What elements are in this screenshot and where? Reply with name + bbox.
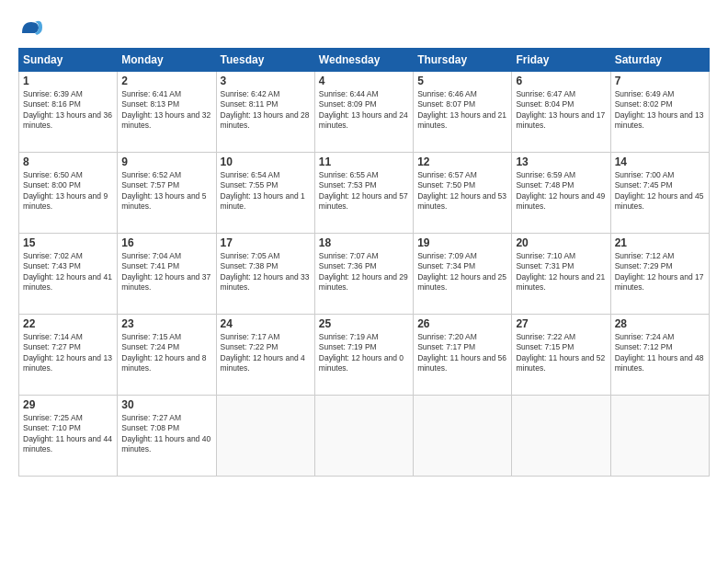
table-row: 12Sunrise: 6:57 AMSunset: 7:50 PMDayligh…: [414, 153, 512, 234]
logo: [18, 15, 46, 40]
table-row: [610, 396, 709, 477]
calendar-week-row: 8Sunrise: 6:50 AMSunset: 8:00 PMDaylight…: [19, 153, 710, 234]
col-tuesday: Tuesday: [216, 49, 314, 72]
day-info: Sunrise: 6:52 AMSunset: 7:57 PMDaylight:…: [121, 170, 211, 213]
day-number: 18: [319, 236, 409, 249]
table-row: [414, 396, 512, 477]
day-info: Sunrise: 6:46 AMSunset: 8:07 PMDaylight:…: [417, 89, 507, 132]
calendar-week-row: 22Sunrise: 7:14 AMSunset: 7:27 PMDayligh…: [19, 315, 710, 396]
day-number: 23: [121, 317, 211, 330]
day-number: 6: [516, 75, 606, 87]
calendar: Sunday Monday Tuesday Wednesday Thursday…: [18, 48, 710, 477]
day-number: 26: [417, 317, 507, 330]
table-row: [512, 396, 610, 477]
table-row: 8Sunrise: 6:50 AMSunset: 8:00 PMDaylight…: [19, 153, 118, 234]
table-row: 23Sunrise: 7:15 AMSunset: 7:24 PMDayligh…: [118, 315, 216, 396]
day-number: 25: [319, 317, 409, 330]
table-row: 30Sunrise: 7:27 AMSunset: 7:08 PMDayligh…: [118, 396, 216, 477]
day-number: 8: [23, 155, 113, 168]
day-info: Sunrise: 7:27 AMSunset: 7:08 PMDaylight:…: [121, 413, 211, 455]
day-number: 28: [615, 317, 705, 330]
day-info: Sunrise: 7:25 AMSunset: 7:10 PMDaylight:…: [23, 413, 113, 455]
day-info: Sunrise: 7:17 AMSunset: 7:22 PMDaylight:…: [221, 332, 311, 374]
day-number: 29: [23, 398, 113, 411]
day-info: Sunrise: 7:19 AMSunset: 7:19 PMDaylight:…: [319, 332, 409, 374]
table-row: 7Sunrise: 6:49 AMSunset: 8:02 PMDaylight…: [610, 72, 709, 153]
col-monday: Monday: [118, 49, 216, 72]
day-info: Sunrise: 6:54 AMSunset: 7:55 PMDaylight:…: [221, 170, 311, 213]
col-sunday: Sunday: [19, 49, 118, 72]
table-row: 4Sunrise: 6:44 AMSunset: 8:09 PMDaylight…: [314, 72, 413, 153]
day-info: Sunrise: 7:10 AMSunset: 7:31 PMDaylight:…: [516, 251, 606, 293]
day-number: 20: [516, 236, 606, 249]
day-number: 22: [23, 317, 113, 330]
day-number: 10: [221, 155, 311, 168]
day-number: 9: [121, 155, 211, 168]
day-info: Sunrise: 6:57 AMSunset: 7:50 PMDaylight:…: [417, 170, 507, 213]
header: [18, 15, 710, 40]
table-row: 6Sunrise: 6:47 AMSunset: 8:04 PMDaylight…: [512, 72, 610, 153]
day-info: Sunrise: 6:39 AMSunset: 8:16 PMDaylight:…: [23, 89, 113, 132]
page: Sunday Monday Tuesday Wednesday Thursday…: [0, 0, 728, 563]
day-info: Sunrise: 7:12 AMSunset: 7:29 PMDaylight:…: [615, 251, 705, 293]
table-row: 26Sunrise: 7:20 AMSunset: 7:17 PMDayligh…: [414, 315, 512, 396]
day-info: Sunrise: 7:20 AMSunset: 7:17 PMDaylight:…: [417, 332, 507, 374]
table-row: 13Sunrise: 6:59 AMSunset: 7:48 PMDayligh…: [512, 153, 610, 234]
day-info: Sunrise: 7:15 AMSunset: 7:24 PMDaylight:…: [121, 332, 211, 374]
day-number: 27: [516, 317, 606, 330]
day-info: Sunrise: 6:49 AMSunset: 8:02 PMDaylight:…: [615, 89, 705, 132]
table-row: [314, 396, 413, 477]
day-number: 16: [121, 236, 211, 249]
calendar-header-row: Sunday Monday Tuesday Wednesday Thursday…: [19, 49, 710, 72]
day-number: 19: [417, 236, 507, 249]
day-number: 12: [417, 155, 507, 168]
day-number: 24: [221, 317, 311, 330]
day-info: Sunrise: 6:41 AMSunset: 8:13 PMDaylight:…: [121, 89, 211, 132]
table-row: 19Sunrise: 7:09 AMSunset: 7:34 PMDayligh…: [414, 234, 512, 315]
table-row: [216, 396, 314, 477]
day-info: Sunrise: 6:55 AMSunset: 7:53 PMDaylight:…: [319, 170, 409, 213]
table-row: 17Sunrise: 7:05 AMSunset: 7:38 PMDayligh…: [216, 234, 314, 315]
day-info: Sunrise: 7:07 AMSunset: 7:36 PMDaylight:…: [319, 251, 409, 293]
table-row: 15Sunrise: 7:02 AMSunset: 7:43 PMDayligh…: [19, 234, 118, 315]
table-row: 20Sunrise: 7:10 AMSunset: 7:31 PMDayligh…: [512, 234, 610, 315]
day-info: Sunrise: 6:42 AMSunset: 8:11 PMDaylight:…: [221, 89, 311, 132]
day-info: Sunrise: 7:24 AMSunset: 7:12 PMDaylight:…: [615, 332, 705, 374]
table-row: 1Sunrise: 6:39 AMSunset: 8:16 PMDaylight…: [19, 72, 118, 153]
calendar-week-row: 15Sunrise: 7:02 AMSunset: 7:43 PMDayligh…: [19, 234, 710, 315]
table-row: 2Sunrise: 6:41 AMSunset: 8:13 PMDaylight…: [118, 72, 216, 153]
day-info: Sunrise: 7:09 AMSunset: 7:34 PMDaylight:…: [417, 251, 507, 293]
day-number: 5: [417, 75, 507, 87]
table-row: 10Sunrise: 6:54 AMSunset: 7:55 PMDayligh…: [216, 153, 314, 234]
day-number: 14: [615, 155, 705, 168]
day-number: 30: [121, 398, 211, 411]
table-row: 5Sunrise: 6:46 AMSunset: 8:07 PMDaylight…: [414, 72, 512, 153]
day-number: 4: [319, 75, 409, 87]
col-thursday: Thursday: [414, 49, 512, 72]
day-info: Sunrise: 6:59 AMSunset: 7:48 PMDaylight:…: [516, 170, 606, 213]
table-row: 24Sunrise: 7:17 AMSunset: 7:22 PMDayligh…: [216, 315, 314, 396]
table-row: 9Sunrise: 6:52 AMSunset: 7:57 PMDaylight…: [118, 153, 216, 234]
col-saturday: Saturday: [610, 49, 709, 72]
table-row: 11Sunrise: 6:55 AMSunset: 7:53 PMDayligh…: [314, 153, 413, 234]
table-row: 22Sunrise: 7:14 AMSunset: 7:27 PMDayligh…: [19, 315, 118, 396]
day-info: Sunrise: 7:05 AMSunset: 7:38 PMDaylight:…: [221, 251, 311, 293]
table-row: 28Sunrise: 7:24 AMSunset: 7:12 PMDayligh…: [610, 315, 709, 396]
day-number: 21: [615, 236, 705, 249]
day-info: Sunrise: 6:44 AMSunset: 8:09 PMDaylight:…: [319, 89, 409, 132]
day-info: Sunrise: 7:00 AMSunset: 7:45 PMDaylight:…: [615, 170, 705, 213]
table-row: 27Sunrise: 7:22 AMSunset: 7:15 PMDayligh…: [512, 315, 610, 396]
table-row: 18Sunrise: 7:07 AMSunset: 7:36 PMDayligh…: [314, 234, 413, 315]
day-info: Sunrise: 6:50 AMSunset: 8:00 PMDaylight:…: [23, 170, 113, 213]
day-number: 3: [221, 75, 311, 87]
day-info: Sunrise: 7:22 AMSunset: 7:15 PMDaylight:…: [516, 332, 606, 374]
day-info: Sunrise: 7:04 AMSunset: 7:41 PMDaylight:…: [121, 251, 211, 293]
calendar-week-row: 29Sunrise: 7:25 AMSunset: 7:10 PMDayligh…: [19, 396, 710, 477]
col-wednesday: Wednesday: [314, 49, 413, 72]
table-row: 14Sunrise: 7:00 AMSunset: 7:45 PMDayligh…: [610, 153, 709, 234]
calendar-body: 1Sunrise: 6:39 AMSunset: 8:16 PMDaylight…: [19, 72, 710, 477]
table-row: 21Sunrise: 7:12 AMSunset: 7:29 PMDayligh…: [610, 234, 709, 315]
day-number: 13: [516, 155, 606, 168]
day-info: Sunrise: 6:47 AMSunset: 8:04 PMDaylight:…: [516, 89, 606, 132]
day-number: 2: [121, 75, 211, 87]
